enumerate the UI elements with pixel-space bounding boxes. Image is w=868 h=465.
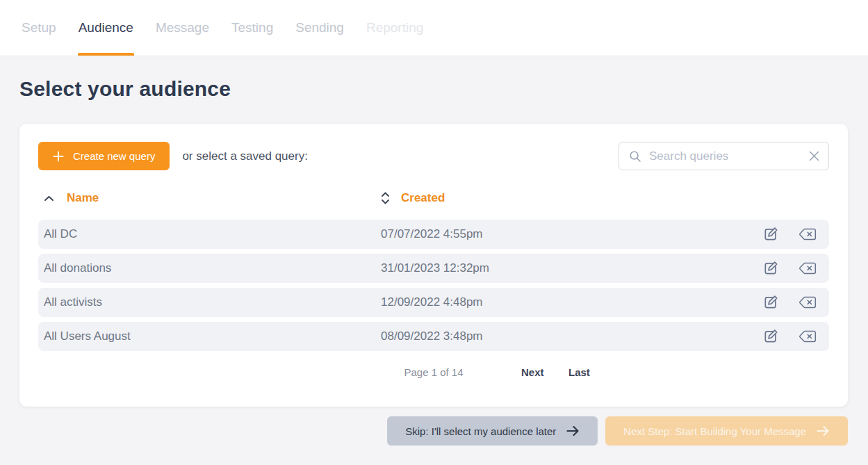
tab-message[interactable]: Message: [155, 0, 210, 56]
wizard-tabs: Setup Audience Message Testing Sending R…: [21, 0, 424, 56]
wizard-tab-bar: Setup Audience Message Testing Sending R…: [0, 0, 868, 56]
query-name-cell: All donations: [44, 261, 381, 275]
delete-icon[interactable]: [799, 228, 817, 240]
plus-icon: [53, 151, 64, 162]
query-name-cell: All Users August: [44, 329, 381, 343]
query-created-cell: 12/09/2022 4:48pm: [381, 295, 762, 309]
row-actions: [762, 260, 817, 277]
table-row[interactable]: All Users August 08/09/2022 3:48pm: [38, 322, 829, 351]
arrow-right-icon: [566, 425, 580, 437]
create-new-query-button[interactable]: Create new query: [38, 142, 170, 170]
edit-icon[interactable]: [762, 226, 779, 243]
next-step-button[interactable]: Next Step: Start Building Your Message: [605, 416, 848, 446]
search-queries-box: [619, 142, 829, 170]
edit-icon[interactable]: [762, 294, 779, 311]
arrow-right-icon: [817, 425, 830, 437]
clear-search-icon[interactable]: [809, 151, 819, 161]
page-info: Page 1 of 14: [404, 366, 463, 378]
table-row[interactable]: All donations 31/01/2023 12:32pm: [38, 254, 829, 283]
query-toolbar: Create new query or select a saved query…: [38, 142, 829, 170]
table-row[interactable]: All DC 07/07/2022 4:55pm: [38, 220, 829, 249]
pagination: Page 1 of 14 Next Last: [38, 366, 829, 380]
query-created-cell: 08/09/2022 3:48pm: [381, 329, 762, 343]
page-title: Select your audience: [19, 77, 868, 101]
name-column-label: Name: [67, 191, 99, 205]
delete-icon[interactable]: [799, 262, 817, 275]
delete-icon[interactable]: [799, 296, 817, 309]
query-name-cell: All activists: [44, 295, 381, 309]
edit-icon[interactable]: [762, 328, 779, 345]
row-actions: [762, 226, 817, 243]
query-created-cell: 31/01/2023 12:32pm: [381, 261, 762, 275]
create-new-query-label: Create new query: [73, 150, 155, 162]
table-header-row: Name Created: [38, 188, 829, 209]
or-select-saved-query-text: or select a saved query:: [182, 149, 307, 163]
chevron-up-down-icon: [381, 191, 390, 205]
row-actions: [762, 328, 817, 345]
sort-by-name-header[interactable]: Name: [44, 191, 381, 205]
tab-testing[interactable]: Testing: [231, 0, 274, 56]
query-name-cell: All DC: [44, 227, 381, 241]
tab-audience[interactable]: Audience: [78, 0, 134, 56]
table-row[interactable]: All activists 12/09/2022 4:48pm: [38, 288, 829, 317]
skip-audience-button[interactable]: Skip: I'll select my audience later: [387, 416, 598, 446]
pagination-last-link[interactable]: Last: [568, 366, 590, 378]
query-created-cell: 07/07/2022 4:55pm: [381, 227, 762, 241]
saved-queries-card: Create new query or select a saved query…: [19, 124, 848, 407]
tab-sending[interactable]: Sending: [295, 0, 345, 56]
next-step-button-label: Next Step: Start Building Your Message: [623, 425, 806, 437]
search-icon: [628, 149, 642, 163]
search-queries-input[interactable]: [649, 149, 802, 163]
wizard-footer: Skip: I'll select my audience later Next…: [19, 416, 848, 446]
skip-button-label: Skip: I'll select my audience later: [405, 425, 556, 437]
tab-reporting: Reporting: [366, 0, 424, 56]
sort-by-created-header[interactable]: Created: [381, 191, 445, 205]
chevron-up-icon: [44, 195, 54, 202]
row-actions: [762, 294, 817, 311]
created-column-label: Created: [401, 191, 445, 205]
saved-query-list: All DC 07/07/2022 4:55pm All donations 3…: [38, 220, 829, 351]
edit-icon[interactable]: [762, 260, 779, 277]
tab-setup[interactable]: Setup: [21, 0, 57, 56]
delete-icon[interactable]: [799, 330, 817, 343]
pagination-next-link[interactable]: Next: [521, 366, 544, 378]
